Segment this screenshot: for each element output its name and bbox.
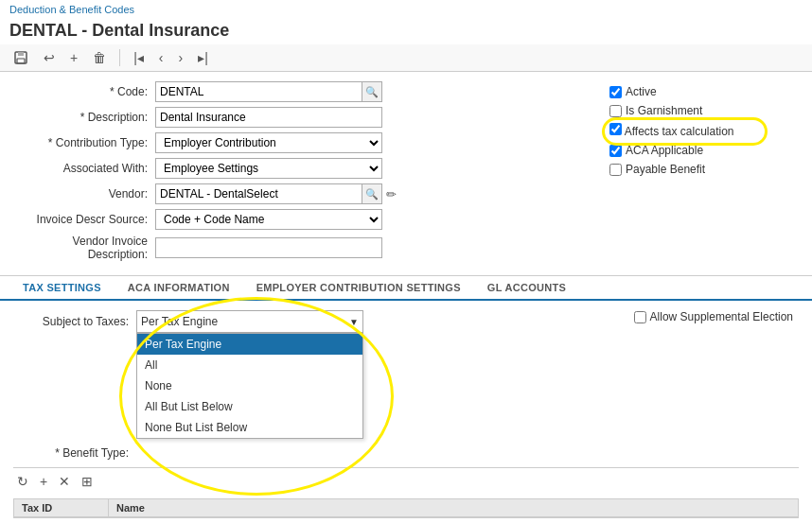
table-add-button[interactable]: + bbox=[36, 472, 51, 491]
invoice-descr-label: Invoice Descr Source: bbox=[13, 213, 155, 226]
table-col-name: Name bbox=[109, 499, 298, 516]
main-toolbar: ↩ + 🗑 |◂ ‹ › ▸| bbox=[0, 44, 812, 72]
subject-to-taxes-value: Per Tax Engine bbox=[141, 315, 218, 328]
table-header: Tax ID Name bbox=[14, 499, 798, 517]
associated-with-select[interactable]: Employee Settings Employer Settings bbox=[155, 158, 382, 179]
svg-rect-1 bbox=[18, 52, 24, 56]
dropdown-option-all[interactable]: All bbox=[137, 355, 362, 375]
form-left: * Code: 🔍 * Description: * Contribution … bbox=[13, 81, 591, 266]
table-col-taxid: Tax ID bbox=[14, 499, 109, 516]
active-checkbox-row: Active bbox=[609, 85, 799, 98]
page-title: DENTAL - Dental Insurance bbox=[0, 19, 812, 44]
table-refresh-button[interactable]: ↻ bbox=[13, 472, 32, 491]
last-button[interactable]: ▸| bbox=[194, 48, 212, 67]
vendor-invoice-row: Vendor Invoice Description: bbox=[13, 235, 591, 261]
vendor-search-button[interactable]: 🔍 bbox=[362, 183, 382, 204]
is-garnishment-checkbox-row: Is Garnishment bbox=[609, 104, 799, 117]
dropdown-arrow-icon: ▼ bbox=[349, 317, 359, 327]
tab-gl-accounts[interactable]: GL ACCOUNTS bbox=[474, 276, 579, 301]
dropdown-option-per-tax-engine[interactable]: Per Tax Engine bbox=[137, 334, 362, 355]
is-garnishment-checkbox[interactable] bbox=[609, 105, 622, 117]
vendor-edit-button[interactable]: ✏ bbox=[386, 187, 397, 201]
code-field-wrap: 🔍 bbox=[155, 81, 382, 102]
description-row: * Description: bbox=[13, 107, 591, 128]
aca-applicable-checkbox[interactable] bbox=[609, 145, 622, 157]
contribution-type-select[interactable]: Employer Contribution Employee Deduction… bbox=[155, 132, 382, 153]
invoice-descr-select[interactable]: Code + Code Name Code Code Name bbox=[155, 209, 382, 230]
payable-benefit-checkbox[interactable] bbox=[609, 164, 622, 176]
active-label: Active bbox=[626, 85, 657, 98]
description-input[interactable] bbox=[155, 107, 382, 128]
payable-benefit-checkbox-row: Payable Benefit bbox=[609, 163, 799, 176]
vendor-field-wrap: 🔍 bbox=[155, 183, 382, 204]
checkboxes-panel: Active Is Garnishment Affects tax calcul… bbox=[609, 81, 799, 266]
vendor-row: Vendor: 🔍 ✏ bbox=[13, 183, 591, 204]
undo-button[interactable]: ↩ bbox=[40, 48, 59, 67]
add-button[interactable]: + bbox=[66, 48, 81, 67]
vendor-label: Vendor: bbox=[13, 187, 155, 200]
prev-button[interactable]: ‹ bbox=[155, 48, 168, 67]
contribution-type-row: * Contribution Type: Employer Contributi… bbox=[13, 132, 591, 153]
delete-button[interactable]: 🗑 bbox=[89, 48, 110, 67]
allow-supplemental-row: Allow Supplemental Election bbox=[634, 310, 793, 323]
allow-supplemental-checkbox[interactable] bbox=[634, 311, 646, 323]
code-search-button[interactable]: 🔍 bbox=[362, 81, 382, 102]
tab-employer-contribution[interactable]: EMPLOYER CONTRIBUTION SETTINGS bbox=[243, 276, 474, 301]
subject-to-taxes-label: Subject to Taxes: bbox=[13, 315, 136, 328]
aca-applicable-checkbox-row: ACA Applicable bbox=[609, 144, 799, 157]
table-delete-button[interactable]: ✕ bbox=[55, 472, 74, 491]
active-checkbox[interactable] bbox=[609, 86, 622, 98]
form-area: * Code: 🔍 * Description: * Contribution … bbox=[0, 72, 812, 276]
code-row: * Code: 🔍 bbox=[13, 81, 591, 102]
contribution-type-label: * Contribution Type: bbox=[13, 136, 155, 149]
description-label: * Description: bbox=[13, 111, 155, 124]
benefit-type-row: * Benefit Type: bbox=[13, 446, 799, 460]
vendor-invoice-input[interactable] bbox=[155, 237, 382, 258]
dropdown-option-all-but-list[interactable]: All But List Below bbox=[137, 396, 362, 417]
is-garnishment-label: Is Garnishment bbox=[626, 104, 702, 117]
aca-applicable-label: ACA Applicable bbox=[626, 144, 703, 157]
dropdown-option-none[interactable]: None bbox=[137, 375, 362, 396]
allow-supplemental-label: Allow Supplemental Election bbox=[650, 310, 793, 323]
code-input[interactable] bbox=[155, 81, 362, 102]
affects-tax-checkbox[interactable] bbox=[609, 123, 622, 135]
payable-benefit-label: Payable Benefit bbox=[626, 163, 705, 176]
tab-aca-information[interactable]: ACA INFORMATION bbox=[115, 276, 243, 301]
associated-with-label: Associated With: bbox=[13, 162, 155, 175]
vendor-invoice-label: Vendor Invoice Description: bbox=[13, 235, 155, 261]
table-toolbar: ↻ + ✕ ⊞ bbox=[13, 467, 799, 491]
tax-table: Tax ID Name bbox=[13, 498, 799, 518]
affects-tax-label: Affects tax calculation bbox=[625, 125, 734, 138]
breadcrumb[interactable]: Deduction & Benefit Codes bbox=[0, 0, 812, 19]
save-button[interactable] bbox=[9, 48, 32, 67]
table-fit-button[interactable]: ⊞ bbox=[78, 472, 97, 491]
first-button[interactable]: |◂ bbox=[130, 48, 148, 67]
next-button[interactable]: › bbox=[175, 48, 187, 67]
tabs-bar: TAX SETTINGS ACA INFORMATION EMPLOYER CO… bbox=[0, 276, 812, 301]
vendor-input[interactable] bbox=[155, 183, 362, 204]
tab-content-tax-settings: Allow Supplemental Election Subject to T… bbox=[0, 301, 812, 523]
tab-tax-settings[interactable]: TAX SETTINGS bbox=[9, 276, 115, 301]
subject-to-taxes-dropdown-list: Per Tax Engine All None All But List Bel… bbox=[136, 333, 363, 439]
invoice-descr-row: Invoice Descr Source: Code + Code Name C… bbox=[13, 209, 591, 230]
subject-to-taxes-dropdown-container: Per Tax Engine ▼ Per Tax Engine All None… bbox=[136, 310, 363, 333]
subject-to-taxes-select[interactable]: Per Tax Engine ▼ bbox=[136, 310, 363, 333]
code-label: * Code: bbox=[13, 85, 155, 98]
affects-tax-checkbox-row: Affects tax calculation bbox=[609, 123, 799, 138]
dropdown-option-none-but-list[interactable]: None But List Below bbox=[137, 417, 362, 438]
associated-with-row: Associated With: Employee Settings Emplo… bbox=[13, 158, 591, 179]
benefit-type-label: * Benefit Type: bbox=[13, 446, 136, 460]
